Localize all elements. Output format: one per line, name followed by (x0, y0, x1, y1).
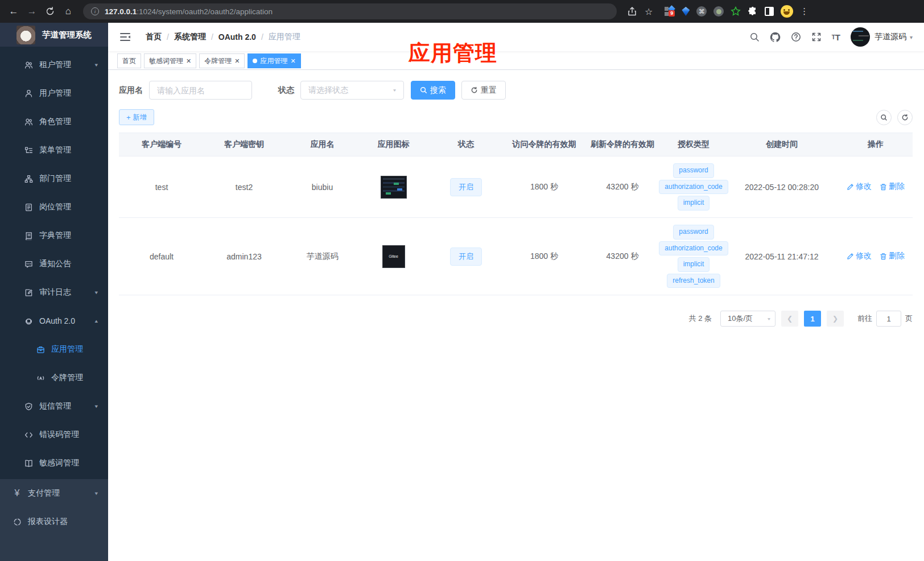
fullscreen-icon[interactable] (811, 32, 822, 42)
browser-toolbar: ← → ⌂ i 127.0.0.1:1024/system/oauth2/oau… (0, 0, 924, 23)
sidebar-item-error-code[interactable]: 错误码管理 (0, 420, 108, 449)
extension-gem-icon[interactable] (682, 7, 690, 16)
sidebar-item-token[interactable]: 令牌管理 (0, 364, 108, 392)
address-bar[interactable]: i 127.0.0.1:1024/system/oauth2/oauth2/ap… (83, 3, 617, 19)
cell-refresh-ttl: 43200 秒 (583, 156, 662, 218)
extensions-puzzle-icon[interactable] (748, 6, 758, 16)
sidebar-item-sensitive-word[interactable]: 敏感词管理 (0, 449, 108, 477)
message-icon (24, 260, 33, 269)
auth-icon (24, 317, 33, 325)
breadcrumb: 首页 / 系统管理 / OAuth 2.0 / 应用管理 (146, 32, 300, 42)
sidebar-item-menu[interactable]: 菜单管理 (0, 136, 108, 164)
sidebar-item-notice[interactable]: 通知公告 (0, 250, 108, 278)
browser-home-button[interactable]: ⌂ (60, 3, 76, 19)
sidebar-item-report-designer[interactable]: 报表设计器 (0, 508, 108, 536)
browser-menu-icon[interactable]: ⋮ (800, 6, 808, 16)
sidebar-item-application[interactable]: 应用管理 (0, 335, 108, 364)
browser-profile-avatar[interactable] (781, 5, 793, 18)
close-icon[interactable]: ✕ (186, 57, 191, 65)
users-icon (24, 61, 33, 69)
sidebar: 芋道管理系统 租户管理 ▾ 用户管理 角色管理 菜单管理 部门管理 (0, 23, 108, 561)
status-badge: 开启 (450, 248, 482, 266)
add-button[interactable]: + 新增 (119, 109, 154, 125)
tags-view-bar: 首页 敏感词管理✕ 令牌管理✕ 应用管理✕ (108, 51, 924, 70)
breadcrumb-oauth[interactable]: OAuth 2.0 (218, 32, 256, 42)
table-row: default admin123 芋道源码 Gitee 开启 1800 秒 43… (119, 218, 913, 295)
page-number-1[interactable]: 1 (804, 311, 821, 327)
token-icon (36, 374, 45, 382)
log-icon (24, 288, 33, 297)
page-size-select[interactable]: 10条/页 ▾ (720, 311, 776, 327)
yen-icon: ¥ (13, 488, 22, 498)
table-header-row: 客户端编号 客户端密钥 应用名 应用图标 状态 访问令牌的有效期 刷新令牌的有效… (119, 133, 913, 156)
breadcrumb-system[interactable]: 系统管理 (174, 32, 206, 42)
goto-page-input[interactable] (876, 311, 901, 327)
delete-button[interactable]: 删除 (880, 182, 905, 192)
status-select[interactable]: 请选择状态 ▾ (300, 81, 404, 100)
edit-icon (847, 253, 854, 260)
chevron-down-icon: ▾ (94, 290, 98, 295)
refresh-table-button[interactable] (897, 110, 913, 125)
tab-home[interactable]: 首页 (117, 53, 141, 68)
font-size-icon[interactable]: TT (832, 32, 840, 42)
sidebar-item-post[interactable]: 岗位管理 (0, 193, 108, 221)
close-icon[interactable]: ✕ (234, 57, 240, 65)
sidebar-item-sms[interactable]: 短信管理 ▾ (0, 392, 108, 420)
extension-tag-assistant-icon[interactable]: 9 (665, 6, 675, 16)
search-button[interactable]: 搜索 (411, 81, 455, 100)
cell-created-at: 2022-05-12 00:28:20 (725, 156, 839, 218)
reset-button[interactable]: 重置 (461, 81, 506, 100)
delete-button[interactable]: 删除 (880, 251, 905, 261)
sidebar-item-audit-log[interactable]: 审计日志 ▾ (0, 278, 108, 307)
org-tree-icon (24, 175, 33, 183)
sidebar-item-oauth2[interactable]: OAuth 2.0 ▴ (0, 307, 108, 335)
bookmark-star-icon[interactable]: ☆ (645, 6, 653, 17)
table-row: test test2 biubiu 开启 1800 秒 43200 秒 pass… (119, 156, 913, 218)
grant-type-tag: password (673, 163, 713, 178)
sidebar-item-payment[interactable]: ¥ 支付管理 ▾ (0, 479, 108, 508)
tab-token[interactable]: 令牌管理✕ (199, 53, 245, 68)
site-info-icon[interactable]: i (91, 7, 99, 15)
code-icon (24, 431, 33, 439)
extension-dot-icon[interactable] (713, 6, 724, 16)
sidebar-item-role[interactable]: 角色管理 (0, 108, 108, 136)
share-icon[interactable] (627, 6, 637, 16)
plus-icon: + (126, 113, 131, 122)
user-name: 芋道源码 (874, 32, 906, 42)
app-name-input[interactable] (149, 81, 252, 100)
prev-page-button[interactable]: ❮ (781, 311, 798, 327)
app-title: 芋道管理系统 (42, 30, 92, 40)
tab-application[interactable]: 应用管理✕ (248, 53, 300, 68)
toggle-search-button[interactable] (876, 110, 892, 125)
tab-sensitive-word[interactable]: 敏感词管理✕ (144, 53, 196, 68)
cell-app-name: biubiu (284, 156, 361, 218)
edit-button[interactable]: 修改 (847, 182, 872, 192)
col-client-secret: 客户端密钥 (204, 133, 284, 156)
user-icon (24, 89, 33, 98)
next-page-button[interactable]: ❯ (827, 311, 844, 327)
sidebar-item-dept[interactable]: 部门管理 (0, 164, 108, 193)
user-menu[interactable]: 芋道源码 ▾ (851, 27, 913, 47)
browser-reload-button[interactable] (42, 3, 58, 19)
edit-icon (847, 183, 854, 191)
cell-access-ttl: 1800 秒 (506, 156, 583, 218)
sidebar-item-dict[interactable]: 字典管理 (0, 221, 108, 250)
browser-back-button[interactable]: ← (6, 3, 22, 19)
github-icon[interactable] (770, 32, 781, 43)
help-icon[interactable] (791, 32, 801, 42)
sidebar-item-tenant[interactable]: 租户管理 ▾ (0, 51, 108, 79)
post-badge-icon (24, 203, 33, 212)
header-search-icon[interactable] (749, 32, 760, 42)
side-panel-icon[interactable] (765, 7, 774, 16)
sidebar-item-user[interactable]: 用户管理 (0, 79, 108, 108)
extension-command-icon[interactable]: ⌘ (696, 6, 707, 16)
table-toolbar: + 新增 (119, 109, 913, 125)
sidebar-collapse-button[interactable] (119, 31, 131, 43)
close-icon[interactable]: ✕ (290, 57, 295, 65)
browser-forward-button[interactable]: → (24, 3, 40, 19)
extension-star-icon[interactable] (731, 6, 741, 16)
edit-button[interactable]: 修改 (847, 251, 872, 261)
app-logo[interactable]: 芋道管理系统 (0, 23, 108, 47)
shield-icon (24, 402, 33, 411)
breadcrumb-home[interactable]: 首页 (146, 32, 162, 42)
